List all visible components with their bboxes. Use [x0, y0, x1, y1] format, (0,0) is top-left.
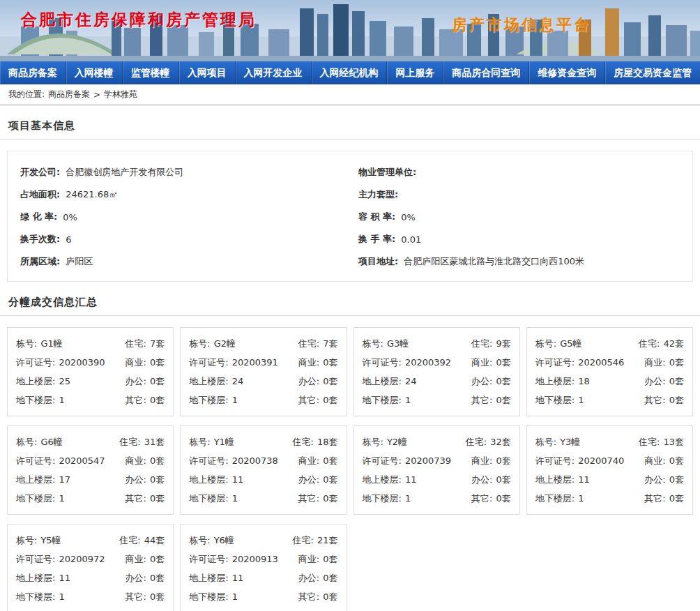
- field-value: 0套: [669, 493, 684, 504]
- building-card: 栋号:G6幢 住宅:31套 许可证号:20200547 商业:0套 地上楼层:1…: [7, 425, 174, 515]
- field-value: 0套: [150, 376, 165, 386]
- field-value: 1: [59, 395, 64, 405]
- field-label: 住宅:: [293, 437, 314, 447]
- office-count: 办公:0套: [298, 372, 338, 391]
- field-label: 商业:: [298, 455, 319, 466]
- field-value: 1: [578, 395, 584, 405]
- business-count: 商业:0套: [471, 353, 511, 372]
- field-label: 商业:: [125, 554, 146, 564]
- field-value: G2幢: [214, 338, 236, 349]
- floors-above-ground: 地上楼层:24: [189, 372, 243, 391]
- office-count: 办公:0套: [125, 372, 165, 391]
- basic-info-left-column: 开发公司: 合肥徽创房地产开发有限公司 占地面积: 24621.68㎡ 绿 化 …: [20, 161, 342, 273]
- floors-below-ground: 地下楼层:1: [189, 391, 238, 409]
- info-label: 所属区域:: [20, 255, 60, 268]
- nav-item[interactable]: 监管楼幢: [123, 61, 179, 84]
- field-value: 0套: [669, 455, 684, 466]
- field-label: 地下楼层:: [363, 395, 402, 405]
- other-count: 其它:0套: [471, 391, 511, 409]
- field-label: 住宅:: [639, 437, 660, 447]
- field-label: 地下楼层:: [16, 591, 55, 602]
- field-label: 办公:: [125, 474, 146, 485]
- nav-item[interactable]: 入网经纪机构: [312, 61, 388, 84]
- field-label: 住宅:: [298, 338, 319, 349]
- field-label: 地上楼层:: [189, 376, 228, 386]
- floors-below-ground: 地下楼层:1: [16, 587, 65, 606]
- card-row: 许可证号:20200740 商业:0套: [535, 451, 684, 470]
- info-label: 绿 化 率:: [20, 211, 57, 223]
- other-count: 其它:0套: [298, 489, 338, 508]
- building-card: 栋号:Y5幢 住宅:44套 许可证号:20200972 商业:0套 地上楼层:1…: [7, 524, 174, 611]
- card-row: 许可证号:20200546 商业:0套: [535, 353, 684, 372]
- field-value: Y6幢: [214, 535, 234, 545]
- field-label: 商业:: [125, 455, 146, 466]
- site-title: 合肥市住房保障和房产管理局: [21, 9, 257, 31]
- building-name: 栋号:Y6幢: [189, 531, 234, 550]
- card-row: 栋号:Y6幢 住宅:21套: [189, 531, 337, 550]
- info-row: 换手次数: 6: [20, 228, 342, 250]
- field-value: 1: [59, 591, 64, 602]
- field-value: 32套: [490, 437, 511, 447]
- breadcrumb-current: 学林雅苑: [104, 89, 137, 100]
- nav-item[interactable]: 房屋交易资金监管: [605, 61, 700, 84]
- field-label: 地上楼层:: [189, 474, 228, 485]
- card-row: 栋号:Y5幢 住宅:44套: [16, 531, 165, 550]
- other-count: 其它:0套: [125, 391, 165, 409]
- field-value: G3幢: [387, 338, 409, 349]
- field-label: 住宅:: [639, 338, 660, 349]
- nav-item[interactable]: 网上服务: [387, 61, 443, 84]
- info-row: 换 手 率: 0.01: [358, 228, 680, 250]
- nav-item[interactable]: 商品房备案: [0, 61, 66, 84]
- floors-above-ground: 地上楼层:17: [16, 470, 70, 489]
- permit-number: 许可证号:20200392: [363, 353, 452, 372]
- field-label: 住宅:: [125, 338, 146, 349]
- info-value: 0.01: [401, 234, 421, 245]
- field-label: 其它:: [125, 493, 146, 504]
- field-label: 办公:: [644, 474, 665, 485]
- card-row: 栋号:Y3幢 住宅:13套: [535, 432, 684, 451]
- field-label: 其它:: [471, 395, 492, 405]
- permit-number: 许可证号:20200738: [189, 451, 278, 470]
- buildings-grid: 栋号:G1幢 住宅:7套 许可证号:20200390 商业:0套 地上楼层:25…: [7, 327, 693, 611]
- field-label: 许可证号:: [16, 357, 55, 368]
- field-label: 地上楼层:: [189, 573, 228, 583]
- field-label: 办公:: [298, 474, 319, 485]
- nav-item[interactable]: 维修资金查询: [529, 61, 605, 84]
- field-value: 25: [59, 376, 70, 386]
- info-label: 占地面积:: [20, 188, 60, 201]
- field-label: 栋号:: [16, 535, 37, 545]
- floors-above-ground: 地上楼层:11: [16, 568, 70, 587]
- field-value: 11: [578, 474, 590, 485]
- info-row: 项目地址: 合肥庐阳区蒙城北路与淮北路交口向西100米: [358, 250, 680, 273]
- nav-item[interactable]: 商品房合同查询: [443, 61, 529, 84]
- field-label: 许可证号:: [363, 455, 402, 466]
- field-label: 栋号:: [189, 535, 210, 545]
- building-card: 栋号:Y1幢 住宅:18套 许可证号:20200738 商业:0套 地上楼层:1…: [180, 425, 347, 515]
- residential-count: 住宅:18套: [293, 432, 338, 451]
- breadcrumb-link-root[interactable]: 商品房备案: [48, 89, 90, 100]
- field-label: 住宅:: [293, 535, 314, 545]
- floors-above-ground: 地上楼层:11: [363, 470, 417, 489]
- field-label: 其它:: [125, 591, 146, 602]
- field-label: 地上楼层:: [16, 573, 55, 583]
- field-value: 20200547: [59, 455, 105, 466]
- info-value: 0%: [401, 212, 416, 222]
- floors-below-ground: 地下楼层:1: [535, 489, 584, 508]
- floors-above-ground: 地上楼层:11: [189, 470, 243, 489]
- floors-above-ground: 地上楼层:24: [363, 372, 417, 391]
- nav-item[interactable]: 入网楼幢: [66, 61, 123, 84]
- residential-count: 住宅:13套: [639, 432, 684, 451]
- field-value: 20200913: [232, 554, 278, 564]
- building-card: 栋号:G5幢 住宅:42套 许可证号:20200546 商业:0套 地上楼层:1…: [526, 327, 693, 416]
- card-row: 地下楼层:1 其它:0套: [189, 489, 337, 508]
- field-value: 0套: [496, 474, 510, 485]
- field-label: 地下楼层:: [535, 395, 575, 405]
- info-value: 庐阳区: [66, 255, 93, 268]
- other-count: 其它:0套: [298, 587, 338, 606]
- field-label: 许可证号:: [16, 455, 55, 466]
- field-value: 1: [232, 493, 238, 504]
- floors-above-ground: 地上楼层:11: [535, 470, 590, 489]
- residential-count: 住宅:21套: [293, 531, 338, 550]
- nav-item[interactable]: 入网项目: [179, 61, 236, 84]
- nav-item[interactable]: 入网开发企业: [236, 61, 312, 84]
